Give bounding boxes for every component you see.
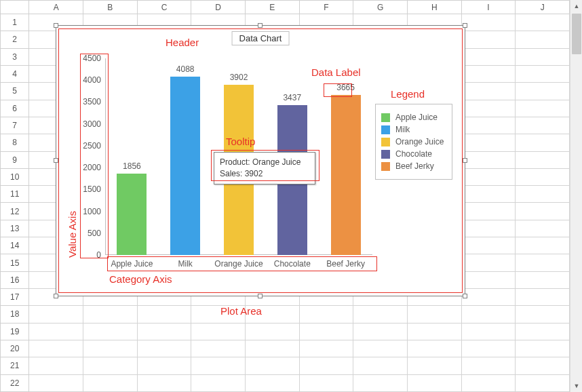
resize-handle[interactable] bbox=[463, 158, 467, 163]
cell[interactable] bbox=[461, 100, 516, 117]
row-header[interactable]: 6 bbox=[1, 100, 29, 117]
row-header[interactable]: 3 bbox=[1, 48, 29, 65]
row-header[interactable]: 18 bbox=[1, 306, 29, 323]
cell[interactable] bbox=[299, 323, 353, 340]
cell[interactable] bbox=[516, 186, 570, 203]
legend-item[interactable]: Apple Juice bbox=[381, 113, 446, 122]
cell[interactable] bbox=[407, 306, 461, 323]
cell[interactable] bbox=[29, 323, 83, 340]
cell[interactable] bbox=[83, 340, 138, 357]
resize-handle[interactable] bbox=[258, 23, 263, 28]
cell[interactable] bbox=[83, 357, 138, 374]
cell[interactable] bbox=[461, 31, 516, 48]
cell[interactable] bbox=[516, 271, 570, 288]
cell[interactable] bbox=[516, 117, 570, 134]
resize-handle[interactable] bbox=[54, 23, 58, 28]
vertical-scrollbar[interactable]: ▲ ▼ bbox=[570, 0, 582, 392]
cell[interactable] bbox=[516, 151, 570, 168]
row-header[interactable]: 1 bbox=[1, 14, 29, 31]
col-header[interactable]: G bbox=[353, 1, 408, 14]
cell[interactable] bbox=[245, 357, 299, 374]
col-header[interactable]: D bbox=[191, 1, 246, 14]
resize-handle[interactable] bbox=[463, 294, 467, 298]
cell[interactable] bbox=[461, 186, 516, 203]
bar[interactable]: 3665 bbox=[331, 95, 361, 255]
cell[interactable] bbox=[353, 323, 408, 340]
cell[interactable] bbox=[516, 340, 570, 357]
cell[interactable] bbox=[516, 83, 570, 100]
legend[interactable]: Apple JuiceMilkOrange JuiceChocolateBeef… bbox=[375, 104, 452, 180]
row-header[interactable]: 15 bbox=[1, 254, 29, 271]
row-header[interactable]: 22 bbox=[1, 374, 29, 391]
cell[interactable] bbox=[461, 323, 516, 340]
cell[interactable] bbox=[353, 374, 408, 391]
cell[interactable] bbox=[245, 306, 299, 323]
cell[interactable] bbox=[461, 14, 516, 31]
col-header[interactable]: C bbox=[137, 1, 191, 14]
cell[interactable] bbox=[516, 168, 570, 185]
cell[interactable] bbox=[516, 289, 570, 306]
cell[interactable] bbox=[461, 48, 516, 65]
cell[interactable] bbox=[461, 117, 516, 134]
cell[interactable] bbox=[516, 134, 570, 151]
cell[interactable] bbox=[461, 289, 516, 306]
row-header[interactable]: 14 bbox=[1, 237, 29, 254]
row-header[interactable]: 8 bbox=[1, 134, 29, 151]
resize-handle[interactable] bbox=[258, 294, 263, 298]
col-header[interactable]: I bbox=[461, 1, 516, 14]
cell[interactable] bbox=[353, 340, 408, 357]
col-header[interactable]: A bbox=[29, 1, 83, 14]
row-header[interactable]: 10 bbox=[1, 168, 29, 185]
cell[interactable] bbox=[245, 323, 299, 340]
bar[interactable]: 4088 bbox=[170, 77, 200, 255]
cell[interactable] bbox=[461, 271, 516, 288]
col-header[interactable]: F bbox=[299, 1, 353, 14]
cell[interactable] bbox=[191, 374, 246, 391]
cell[interactable] bbox=[83, 323, 138, 340]
chart-title[interactable]: Data Chart bbox=[232, 31, 290, 45]
legend-item[interactable]: Orange Juice bbox=[381, 137, 446, 146]
cell[interactable] bbox=[299, 374, 353, 391]
cell[interactable] bbox=[137, 357, 191, 374]
legend-item[interactable]: Beef Jerky bbox=[381, 161, 446, 171]
cell[interactable] bbox=[516, 31, 570, 48]
scroll-up-icon[interactable]: ▲ bbox=[570, 0, 582, 12]
chart-object[interactable]: Data Chart 05001000150020002500300035004… bbox=[56, 25, 465, 296]
cell[interactable] bbox=[83, 374, 138, 391]
col-header[interactable]: J bbox=[516, 1, 570, 14]
cell[interactable] bbox=[516, 323, 570, 340]
row-header[interactable]: 19 bbox=[1, 323, 29, 340]
cell[interactable] bbox=[29, 340, 83, 357]
cell[interactable] bbox=[137, 323, 191, 340]
cell[interactable] bbox=[353, 357, 408, 374]
cell[interactable] bbox=[407, 323, 461, 340]
cell[interactable] bbox=[516, 203, 570, 220]
cell[interactable] bbox=[29, 306, 83, 323]
row-header[interactable]: 11 bbox=[1, 186, 29, 203]
cell[interactable] bbox=[299, 340, 353, 357]
cell[interactable] bbox=[461, 168, 516, 185]
cell[interactable] bbox=[191, 357, 246, 374]
cell[interactable] bbox=[461, 134, 516, 151]
cell[interactable] bbox=[191, 323, 246, 340]
cell[interactable] bbox=[299, 357, 353, 374]
cell[interactable] bbox=[516, 14, 570, 31]
cell[interactable] bbox=[461, 306, 516, 323]
col-header[interactable]: B bbox=[83, 1, 138, 14]
row-header[interactable]: 13 bbox=[1, 220, 29, 237]
cell[interactable] bbox=[137, 340, 191, 357]
cell[interactable] bbox=[461, 203, 516, 220]
select-all-corner[interactable] bbox=[1, 1, 29, 14]
cell[interactable] bbox=[461, 357, 516, 374]
bar[interactable]: 1856 bbox=[117, 174, 147, 255]
cell[interactable] bbox=[516, 357, 570, 374]
row-header[interactable]: 2 bbox=[1, 31, 29, 48]
cell[interactable] bbox=[137, 374, 191, 391]
cell[interactable] bbox=[461, 220, 516, 237]
cell[interactable] bbox=[516, 306, 570, 323]
cell[interactable] bbox=[137, 306, 191, 323]
cell[interactable] bbox=[407, 374, 461, 391]
cell[interactable] bbox=[29, 357, 83, 374]
cell[interactable] bbox=[516, 48, 570, 65]
row-header[interactable]: 17 bbox=[1, 289, 29, 306]
